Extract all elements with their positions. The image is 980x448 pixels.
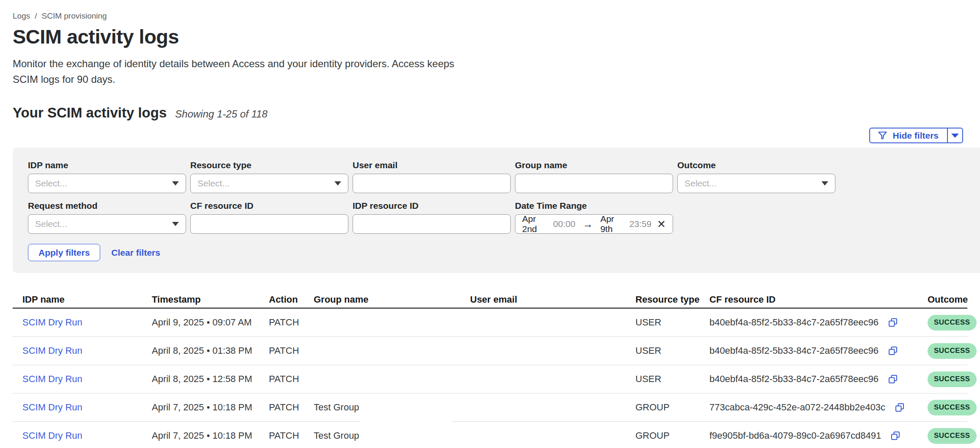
- apply-filters-button[interactable]: Apply filters: [28, 244, 100, 261]
- page-description: Monitor the exchange of identity details…: [13, 56, 469, 87]
- caret-down-icon: [172, 222, 179, 226]
- filter-panel: IDP name Select... Resource type Select.…: [13, 148, 980, 273]
- outcome-badge: SUCCESS: [928, 400, 977, 415]
- outcome-label: Outcome: [677, 160, 835, 171]
- start-time[interactable]: 00:00: [553, 219, 575, 229]
- outcome-badge: SUCCESS: [928, 372, 977, 387]
- resource-type-cell: USER: [635, 374, 709, 385]
- filter-actions: Apply filters Clear filters: [28, 244, 980, 261]
- breadcrumb-separator: /: [35, 11, 37, 21]
- cf-resource-id-value: b40ebf4a-85f2-5b33-84c7-2a65f78eec96: [709, 374, 879, 385]
- filter-field-user-email: User email: [353, 160, 511, 193]
- date-range-picker[interactable]: Apr 2nd 00:00 → Apr 9th 23:59 ✕: [515, 214, 673, 234]
- col-header-resource-type: Resource type: [635, 294, 709, 305]
- outcome-badge: SUCCESS: [928, 315, 977, 331]
- idp-resource-id-label: IDP resource ID: [353, 200, 511, 211]
- request-method-select[interactable]: Select...: [28, 214, 186, 234]
- cf-resource-id-value: f9e905bf-bd6a-4079-89c0-2a6967cd8491: [709, 430, 881, 441]
- idp-name-select[interactable]: Select...: [28, 174, 186, 193]
- resource-type-cell: USER: [635, 345, 709, 356]
- outcome-badge: SUCCESS: [928, 343, 977, 359]
- resource-type-select[interactable]: Select...: [190, 174, 348, 193]
- copy-icon[interactable]: [888, 318, 898, 327]
- cf-resource-id-input[interactable]: [197, 219, 341, 229]
- clear-date-range-icon[interactable]: ✕: [657, 219, 666, 229]
- idp-resource-id-input-wrap: [353, 214, 511, 234]
- filter-field-group-name: Group name: [515, 160, 673, 193]
- end-date[interactable]: Apr 9th: [600, 214, 624, 234]
- group-name-input-wrap: [515, 174, 673, 193]
- resource-type-cell: USER: [635, 317, 709, 328]
- date-time-range-label: Date Time Range: [515, 200, 673, 211]
- select-placeholder: Select...: [35, 219, 67, 229]
- group-name-label: Group name: [515, 160, 673, 171]
- timestamp-cell: April 8, 2025 • 01:38 PM: [152, 345, 269, 356]
- page-header: Logs / SCIM provisioning SCIM activity l…: [0, 11, 980, 143]
- idp-name-link[interactable]: SCIM Dry Run: [22, 345, 82, 356]
- user-email-input-wrap: [353, 174, 511, 193]
- action-cell: PATCH: [269, 317, 314, 328]
- filter-field-date-range: Date Time Range Apr 2nd 00:00 → Apr 9th …: [515, 200, 673, 234]
- hide-filters-main[interactable]: Hide filters: [870, 128, 947, 142]
- breadcrumb-logs-link[interactable]: Logs: [13, 11, 30, 21]
- hide-filters-button[interactable]: Hide filters: [869, 128, 963, 143]
- timestamp-cell: April 7, 2025 • 10:18 PM: [152, 402, 269, 413]
- outcome-badge: SUCCESS: [928, 428, 977, 444]
- filter-field-resource-type: Resource type Select...: [190, 160, 348, 193]
- filters-dropdown-toggle[interactable]: [947, 128, 962, 142]
- action-cell: PATCH: [269, 345, 314, 356]
- col-header-idp-name: IDP name: [13, 294, 152, 305]
- table-row: SCIM Dry Run April 7, 2025 • 10:18 PM PA…: [13, 393, 967, 422]
- copy-icon[interactable]: [891, 431, 900, 440]
- timestamp-cell: April 9, 2025 • 09:07 AM: [152, 317, 269, 328]
- start-date[interactable]: Apr 2nd: [522, 214, 547, 234]
- idp-name-link[interactable]: SCIM Dry Run: [22, 402, 82, 413]
- copy-icon[interactable]: [895, 403, 904, 412]
- clear-filters-button[interactable]: Clear filters: [111, 248, 160, 258]
- scim-logs-table: IDP name Timestamp Action Group name Use…: [13, 294, 967, 448]
- action-cell: PATCH: [269, 430, 314, 441]
- toolbar: Hide filters: [13, 128, 963, 143]
- cf-resource-id-value: b40ebf4a-85f2-5b33-84c7-2a65f78eec96: [709, 345, 879, 356]
- table-row: SCIM Dry Run April 8, 2025 • 12:58 PM PA…: [13, 365, 967, 393]
- filter-field-request-method: Request method Select...: [28, 200, 186, 234]
- end-time[interactable]: 23:59: [629, 219, 652, 229]
- caret-down-icon: [821, 181, 828, 186]
- outcome-select[interactable]: Select...: [677, 174, 835, 193]
- filter-grid: IDP name Select... Resource type Select.…: [28, 160, 980, 234]
- copy-icon[interactable]: [888, 346, 898, 355]
- idp-name-link[interactable]: SCIM Dry Run: [22, 374, 82, 385]
- caret-down-icon: [334, 181, 341, 186]
- col-header-user-email: User email: [470, 294, 635, 305]
- cf-resource-id-value: b40ebf4a-85f2-5b33-84c7-2a65f78eec96: [709, 317, 879, 328]
- resource-type-cell: GROUP: [635, 430, 709, 441]
- idp-name-link[interactable]: SCIM Dry Run: [22, 430, 82, 441]
- idp-resource-id-input[interactable]: [360, 219, 504, 229]
- user-email-label: User email: [353, 160, 511, 171]
- idp-name-link[interactable]: SCIM Dry Run: [22, 317, 82, 328]
- col-header-action: Action: [269, 294, 314, 305]
- col-header-outcome: Outcome: [928, 294, 968, 305]
- copy-icon[interactable]: [888, 374, 898, 384]
- table-row: SCIM Dry Run April 8, 2025 • 01:38 PM PA…: [13, 337, 967, 365]
- select-placeholder: Select...: [35, 178, 67, 188]
- action-cell: PATCH: [269, 402, 314, 413]
- hide-filters-label: Hide filters: [892, 131, 939, 141]
- group-name-input[interactable]: [522, 178, 666, 188]
- page-title: SCIM activity logs: [13, 26, 963, 48]
- section-heading-row: Your SCIM activity logs Showing 1-25 of …: [13, 105, 963, 121]
- filter-funnel-icon: [878, 131, 887, 140]
- action-cell: PATCH: [269, 374, 314, 385]
- filter-field-idp-name: IDP name Select...: [28, 160, 186, 193]
- table-row: SCIM Dry Run April 7, 2025 • 10:18 PM PA…: [13, 422, 967, 448]
- resource-type-cell: GROUP: [635, 402, 709, 413]
- table-row: SCIM Dry Run April 9, 2025 • 09:07 AM PA…: [13, 309, 967, 337]
- caret-down-icon: [951, 134, 959, 138]
- user-email-input[interactable]: [360, 178, 504, 188]
- select-placeholder: Select...: [684, 178, 717, 188]
- breadcrumb: Logs / SCIM provisioning: [13, 11, 963, 21]
- resource-type-label: Resource type: [190, 160, 348, 171]
- col-header-timestamp: Timestamp: [152, 294, 269, 305]
- select-placeholder: Select...: [197, 178, 230, 188]
- timestamp-cell: April 8, 2025 • 12:58 PM: [152, 374, 269, 385]
